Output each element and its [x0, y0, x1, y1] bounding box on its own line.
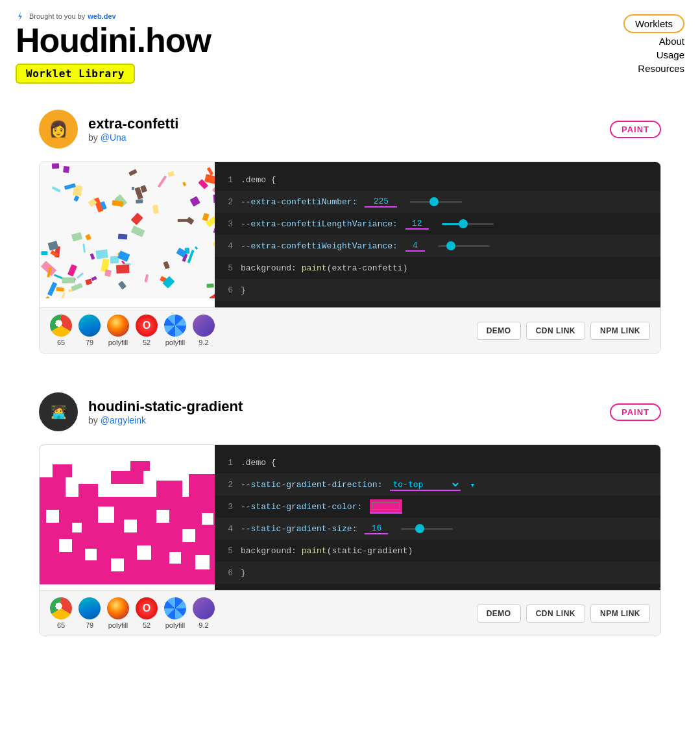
arc-version-2: 9.2 [199, 621, 208, 629]
gradient-color-input[interactable] [370, 499, 402, 514]
brought-by-text: Brought to you by [29, 12, 85, 20]
demo-button-1[interactable]: DEMO [477, 322, 521, 340]
confetti-length-slider[interactable] [442, 223, 494, 225]
card-author-2: by @argyleink [88, 415, 243, 425]
opera-icon-2: O [136, 597, 158, 619]
card-header-1: 👩 extra-confetti by @Una PAINT [39, 110, 661, 149]
browser-edge-2: 79 [78, 597, 101, 629]
browser-arc-1: 9.2 [193, 315, 215, 346]
footer-buttons-2: DEMO CDN LINK NPM LINK [477, 604, 650, 623]
gradient-svg [40, 445, 215, 584]
code-prop-1-3: --extra-confettiLengthVariance: [241, 219, 398, 229]
confetti-piece [152, 204, 159, 213]
svg-rect-22 [195, 555, 210, 569]
confetti-number-input[interactable] [365, 197, 397, 208]
card-title-group-2: houdini-static-gradient by @argyleink [88, 398, 243, 425]
edge-version-1: 79 [86, 339, 93, 346]
footer-buttons-1: DEMO CDN LINK NPM LINK [477, 322, 650, 340]
confetti-piece [209, 292, 215, 298]
paint-badge-2: PAINT [610, 403, 661, 421]
code-line-2-6: 6 } [215, 562, 660, 584]
card-author-link-1[interactable]: @Una [101, 132, 127, 143]
confetti-number-slider[interactable] [410, 201, 462, 203]
svg-rect-5 [111, 471, 143, 484]
firefox-version-1: polyfill [108, 339, 128, 346]
browser-opera-2: O 52 [136, 597, 158, 629]
firefox-version-2: polyfill [108, 621, 128, 629]
card-author-link-2[interactable]: @argyleink [101, 415, 146, 425]
confetti-piece [77, 272, 84, 279]
gradient-size-input[interactable] [365, 523, 388, 534]
code-prop-2-2: --static-gradient-direction: [241, 480, 382, 490]
card-extra-confetti: 👩 extra-confetti by @Una PAINT 1 .de [0, 90, 700, 373]
confetti-piece [91, 276, 97, 281]
site-title: Houdini.how [16, 23, 211, 57]
line-num-1-3: 3 [224, 219, 233, 229]
confetti-piece [62, 278, 75, 283]
confetti-preview-area [40, 162, 215, 307]
code-line-1-5: 5 background: paint(extra-confetti) [215, 257, 660, 279]
card-title-1: extra-confetti [88, 115, 178, 132]
confetti-length-input[interactable] [405, 219, 429, 230]
webdev-icon [16, 12, 25, 21]
card-header-left-1: 👩 extra-confetti by @Una [39, 110, 178, 149]
line-num-2-4: 4 [224, 524, 233, 534]
arc-version-1: 9.2 [199, 339, 208, 346]
header-left: Brought to you by web.dev Houdini.how Wo… [16, 12, 211, 84]
svg-rect-13 [124, 520, 137, 532]
svg-rect-4 [78, 484, 98, 497]
code-prop-2-4: --static-gradient-size: [241, 524, 357, 534]
line-num-2-3: 3 [224, 502, 233, 512]
confetti-weight-input[interactable] [405, 241, 425, 252]
confetti-piece [211, 184, 215, 193]
npm-link-button-2[interactable]: NPM LINK [590, 604, 650, 623]
card-author-label-2: by [88, 415, 98, 425]
confetti-weight-slider[interactable] [438, 245, 490, 247]
confetti-piece [47, 281, 56, 296]
confetti-piece [157, 176, 167, 188]
avatar-argyleink: 🧑‍💻 [39, 392, 78, 431]
browser-safari-2: polyfill [164, 597, 186, 629]
gradient-size-slider[interactable] [401, 528, 453, 530]
gradient-preview-area [40, 445, 215, 590]
confetti-piece [85, 233, 91, 240]
demo-button-2[interactable]: DEMO [477, 604, 521, 623]
cdn-link-button-1[interactable]: CDN LINK [526, 322, 585, 340]
browser-edge-1: 79 [78, 315, 101, 346]
code-line-2-2: 2 --static-gradient-direction: to-top to… [215, 473, 660, 496]
cdn-link-button-2[interactable]: CDN LINK [526, 604, 585, 623]
card-header-2: 🧑‍💻 houdini-static-gradient by @argylein… [39, 392, 661, 431]
confetti-piece [128, 169, 137, 176]
nav-resources-link[interactable]: Resources [638, 63, 684, 74]
arc-icon-2 [193, 597, 215, 619]
safari-icon-1 [164, 315, 186, 337]
confetti-piece [145, 274, 149, 282]
edge-icon-2 [78, 597, 101, 619]
confetti-piece [85, 279, 92, 285]
nav-about-link[interactable]: About [659, 36, 684, 47]
chrome-icon-1 [50, 315, 72, 337]
confetti-piece [58, 293, 65, 298]
browser-opera-1: O 52 [136, 315, 158, 346]
gradient-canvas [40, 445, 215, 584]
nav-worklets-button[interactable]: Worklets [623, 14, 684, 33]
gradient-direction-select[interactable]: to-top to-bottom to-left to-right [390, 479, 461, 491]
confetti-piece [104, 269, 112, 277]
line-num-1-2: 2 [224, 197, 233, 207]
confetti-piece [63, 166, 69, 173]
npm-link-button-1[interactable]: NPM LINK [590, 322, 650, 340]
svg-rect-14 [156, 510, 169, 523]
card-static-gradient: 🧑‍💻 houdini-static-gradient by @argylein… [0, 373, 700, 656]
browser-chrome-2: 65 [50, 597, 72, 629]
browser-safari-1: polyfill [164, 315, 186, 346]
confetti-piece [130, 213, 143, 226]
confetti-canvas [40, 162, 215, 298]
code-prop-2-3: --static-gradient-color: [241, 502, 362, 512]
confetti-piece [206, 284, 213, 289]
svg-rect-12 [98, 507, 114, 523]
confetti-piece [190, 196, 200, 206]
svg-rect-8 [53, 464, 72, 477]
svg-rect-9 [130, 461, 150, 471]
nav-usage-link[interactable]: Usage [657, 49, 684, 60]
confetti-piece [167, 171, 175, 178]
